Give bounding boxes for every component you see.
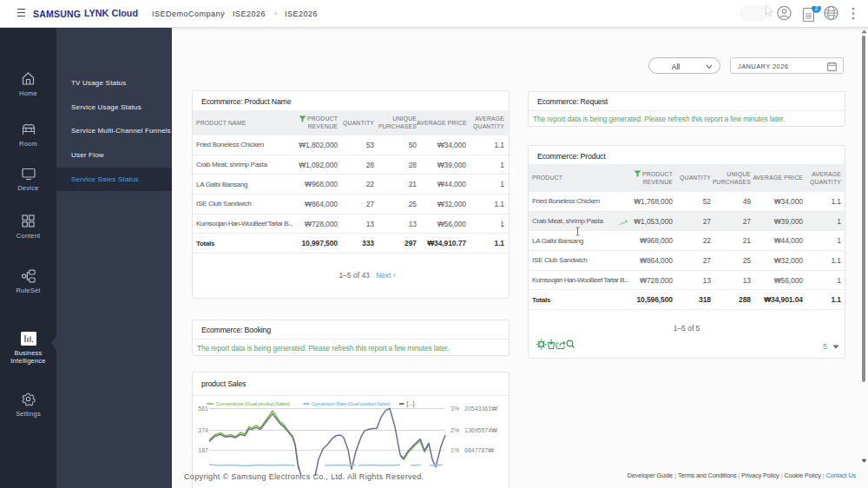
svg-text:3%: 3% [450, 406, 459, 412]
svg-text:561: 561 [198, 406, 208, 412]
svg-text:Conversion Rate (Goal product: Conversion Rate (Goal product Sales) [312, 401, 391, 406]
svg-text:Conversions (Goal product Sale: Conversions (Goal product Sales) [216, 400, 290, 406]
svg-text:1%: 1% [450, 447, 459, 453]
svg-text:2%: 2% [450, 427, 459, 433]
svg-text:20543361₩: 20543361₩ [464, 406, 497, 412]
svg-text:13695574₩: 13695574₩ [464, 427, 497, 433]
svg-text:[...]: [...] [407, 400, 415, 407]
svg-text:2: 2 [815, 6, 819, 11]
svg-text:374: 374 [198, 427, 208, 433]
svg-text:187: 187 [198, 447, 208, 453]
svg-text:6847787₩: 6847787₩ [464, 447, 494, 453]
